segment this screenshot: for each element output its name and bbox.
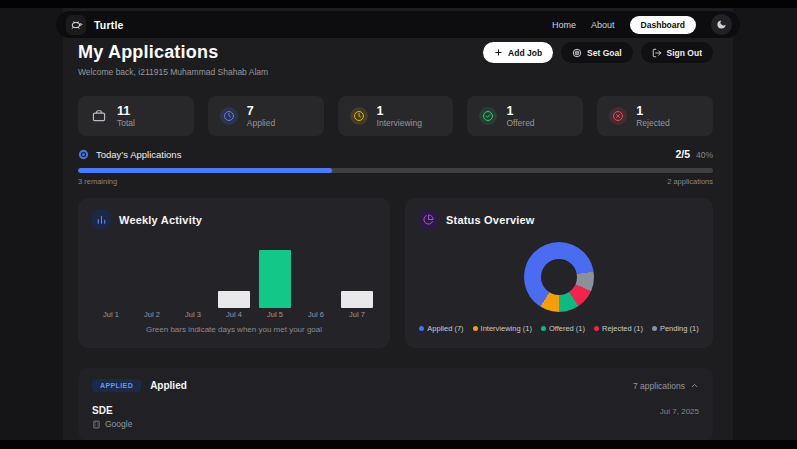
weekly-bar	[218, 291, 250, 308]
application-list-item[interactable]: SDE Google Jul 7, 2025	[92, 405, 699, 429]
weekly-activity-title: Weekly Activity	[119, 214, 202, 226]
job-role: SDE	[92, 405, 132, 416]
status-donut-chart	[524, 242, 594, 312]
weekly-bar-column	[176, 244, 210, 308]
applications-group: APPLIED Applied 7 applications SDE	[78, 368, 713, 440]
legend-item: Applied (7)	[419, 324, 463, 333]
applications-count: 7 applications	[633, 381, 685, 391]
stat-card-interviewing: 1Interviewing	[338, 96, 454, 136]
welcome-text: Welcome back, i211915 Muhammad Shahab Al…	[78, 67, 268, 77]
building-icon	[92, 420, 101, 429]
moon-icon	[716, 19, 727, 30]
progress-bar	[78, 168, 713, 173]
legend-dot	[541, 326, 546, 331]
legend-dot	[594, 326, 599, 331]
page-title: My Applications	[78, 42, 268, 63]
navbar: Turtle Home About Dashboard	[56, 11, 740, 38]
legend-item: Interviewing (1)	[473, 324, 532, 333]
legend-dot	[419, 326, 424, 331]
nav-link-about[interactable]: About	[591, 20, 615, 30]
turtle-logo-icon	[66, 15, 86, 35]
legend-item: Rejected (1)	[594, 324, 643, 333]
company-name: Google	[105, 419, 132, 429]
pie-chart-icon	[419, 210, 438, 229]
app-viewport: Turtle Home About Dashboard My Applicati…	[0, 0, 797, 449]
weekly-bar-column	[94, 244, 128, 308]
weekly-bar	[341, 291, 373, 308]
target-icon	[572, 48, 582, 58]
x-tick-label: Jul 7	[340, 310, 374, 319]
today-label: Today’s Applications	[96, 149, 181, 160]
nav-link-dashboard[interactable]: Dashboard	[630, 16, 696, 34]
plus-icon	[494, 48, 503, 57]
stats-row: 11Total 7Applied 1Interviewing	[78, 96, 713, 136]
dashboard-page: My Applications Welcome back, i211915 Mu…	[63, 8, 733, 440]
weekly-bar-column	[217, 244, 251, 308]
stat-card-total: 11Total	[78, 96, 194, 136]
target-dot-icon	[78, 149, 89, 160]
nav-link-home[interactable]: Home	[552, 20, 576, 30]
stat-card-offered: 1Offered	[467, 96, 583, 136]
sign-out-button[interactable]: Sign Out	[641, 42, 713, 63]
x-circle-icon	[609, 107, 627, 125]
today-percent: 40%	[696, 150, 713, 160]
weekly-bar-column	[340, 244, 374, 308]
weekly-note: Green bars indicate days when you met yo…	[78, 325, 390, 334]
remaining-label: 3 remaining	[78, 177, 117, 186]
weekly-bar-column	[135, 244, 169, 308]
status-overview-title: Status Overview	[446, 214, 535, 226]
legend-item: Pending (1)	[652, 324, 699, 333]
x-tick-label: Jul 6	[299, 310, 333, 319]
weekly-bar-column	[258, 244, 292, 308]
x-tick-label: Jul 4	[217, 310, 251, 319]
set-goal-button[interactable]: Set Goal	[561, 42, 632, 63]
x-tick-label: Jul 3	[176, 310, 210, 319]
weekly-bar	[259, 250, 291, 308]
progress-bar-fill	[78, 168, 332, 173]
page-header: My Applications Welcome back, i211915 Mu…	[78, 42, 713, 77]
weekly-bar-column	[299, 244, 333, 308]
check-circle-icon	[479, 107, 497, 125]
legend-dot	[473, 326, 478, 331]
status-badge: APPLIED	[92, 379, 141, 392]
status-legend: Applied (7)Interviewing (1)Offered (1)Re…	[405, 324, 713, 333]
sign-out-icon	[652, 48, 662, 58]
weekly-bars	[94, 244, 374, 308]
brand[interactable]: Turtle	[66, 15, 124, 35]
todays-applications-progress: Today’s Applications 2/5 40% 3 remaining…	[78, 148, 713, 186]
add-job-button[interactable]: Add Job	[483, 42, 553, 63]
stat-card-rejected: 1Rejected	[597, 96, 713, 136]
theme-toggle-button[interactable]	[711, 14, 732, 35]
briefcase-icon	[90, 107, 108, 125]
applications-today-label: 2 applications	[667, 177, 713, 186]
bottom-letterbox	[0, 440, 797, 449]
weekly-x-axis: Jul 1Jul 2Jul 3Jul 4Jul 5Jul 6Jul 7	[94, 310, 374, 319]
x-tick-label: Jul 5	[258, 310, 292, 319]
clock-icon	[350, 107, 368, 125]
legend-dot	[652, 326, 657, 331]
group-collapse-toggle[interactable]: 7 applications	[633, 381, 699, 391]
chevron-up-icon	[690, 381, 699, 390]
application-date: Jul 7, 2025	[660, 407, 699, 416]
status-overview-card: Status Overview Applied (7)Interviewing …	[405, 198, 713, 348]
brand-name: Turtle	[94, 19, 124, 31]
today-ratio: 2/5	[675, 148, 690, 160]
stat-card-applied: 7Applied	[208, 96, 324, 136]
x-tick-label: Jul 1	[94, 310, 128, 319]
top-letterbox	[0, 0, 797, 8]
group-title: Applied	[150, 380, 187, 391]
clock-icon	[220, 107, 238, 125]
weekly-activity-card: Weekly Activity Jul 1Jul 2Jul 3Jul 4Jul …	[78, 198, 390, 348]
x-tick-label: Jul 2	[135, 310, 169, 319]
legend-item: Offered (1)	[541, 324, 585, 333]
bar-chart-icon	[92, 210, 111, 229]
